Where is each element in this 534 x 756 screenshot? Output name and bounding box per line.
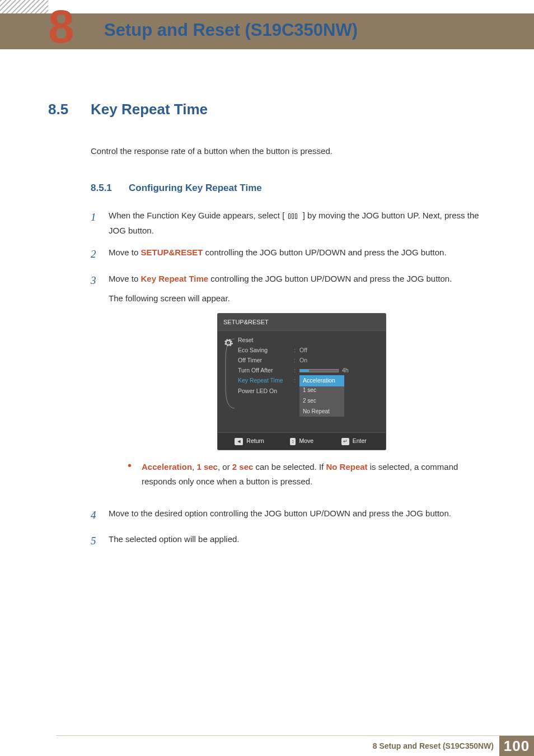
osd-item-reset: Reset <box>238 335 294 346</box>
osd-value: 4h <box>342 366 349 376</box>
step-text: Move to the desired option controlling t… <box>109 506 495 524</box>
highlight: No Repeat <box>326 462 367 472</box>
osd-value: On <box>299 356 307 366</box>
section-heading: 8.5 Key Repeat Time <box>48 101 495 118</box>
step-3: 3 Move to Key Repeat Time controlling th… <box>91 272 495 499</box>
osd-side-curve <box>222 335 238 427</box>
page-footer: 8 Setup and Reset (S19C350NW) 100 <box>0 736 534 756</box>
highlight: SETUP&RESET <box>141 248 203 257</box>
step-text: Move to <box>109 274 141 283</box>
osd-item-turnoff: Turn Off After <box>238 366 294 376</box>
text: , or <box>218 462 232 472</box>
step-5: 5 The selected option will be applied. <box>91 532 495 550</box>
step-text: The following screen will appear. <box>109 293 230 303</box>
osd-item-eco: Eco Saving <box>238 346 294 356</box>
bracket-open: [ <box>282 211 287 220</box>
osd-item-krt: Key Repeat Time <box>238 376 294 386</box>
step-text: Move to <box>109 248 141 257</box>
step-text: When the Function Key Guide appears, sel… <box>109 211 282 220</box>
subsection-number: 8.5.1 <box>91 183 118 194</box>
osd-slider <box>299 369 339 372</box>
osd-selected-value: Acceleration <box>299 375 344 386</box>
footer-text: 8 Setup and Reset (S19C350NW) <box>373 736 499 756</box>
step-text: The selected option will be applied. <box>109 532 495 550</box>
enter-key-icon: ↵ <box>341 438 349 445</box>
step-text: controlling the JOG button UP/DOWN and p… <box>203 248 446 257</box>
return-key-icon: ◄ <box>235 438 243 445</box>
osd-item-offtimer: Off Timer <box>238 356 294 366</box>
osd-footer-return: Return <box>246 436 264 446</box>
step-number: 1 <box>91 208 99 237</box>
chapter-title: Setup and Reset (S19C350NW) <box>104 20 358 40</box>
section-number: 8.5 <box>48 101 75 118</box>
step-4: 4 Move to the desired option controlling… <box>91 506 495 524</box>
step-1: 1 When the Function Key Guide appears, s… <box>91 208 495 237</box>
section-title: Key Repeat Time <box>91 101 208 118</box>
osd-screenshot: SETUP&RESET Reset Eco Saving:Off Off Tim… <box>218 314 386 450</box>
osd-value: Off <box>299 346 307 356</box>
chapter-number: 8 <box>48 8 74 45</box>
osd-item-powerled: Power LED On <box>238 386 294 396</box>
step-number: 5 <box>91 532 99 550</box>
menu-icon <box>287 209 301 223</box>
highlight: Acceleration <box>142 462 192 472</box>
bullet-icon: • <box>128 460 132 488</box>
osd-footer-enter: Enter <box>353 436 367 446</box>
gear-icon <box>223 338 233 348</box>
highlight: 1 sec <box>196 462 218 472</box>
highlight: Key Repeat Time <box>141 274 209 283</box>
osd-title: SETUP&RESET <box>218 314 386 332</box>
step-number: 4 <box>91 506 99 524</box>
bracket-close: ] <box>301 211 305 220</box>
step-text: controlling the JOG button UP/DOWN and p… <box>208 274 452 283</box>
text: can be selected. If <box>253 462 326 472</box>
move-key-icon: ↕ <box>290 438 296 445</box>
step-number: 2 <box>91 245 99 263</box>
osd-footer-move: Move <box>299 436 313 446</box>
step-number: 3 <box>91 272 99 499</box>
section-intro: Control the response rate of a button wh… <box>91 146 495 156</box>
osd-footer: ◄Return ↕Move ↵Enter <box>218 432 386 450</box>
page-number: 100 <box>499 736 534 756</box>
subsection-heading: 8.5.1 Configuring Key Repeat Time <box>91 183 495 194</box>
subsection-title: Configuring Key Repeat Time <box>129 183 262 194</box>
highlight: 2 sec <box>232 462 254 472</box>
step-2: 2 Move to SETUP&RESET controlling the JO… <box>91 245 495 263</box>
